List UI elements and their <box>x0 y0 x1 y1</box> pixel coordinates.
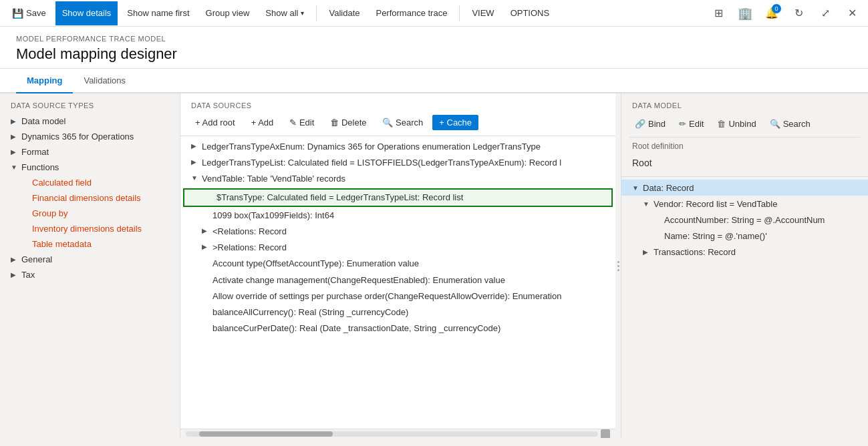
scroll-end-button[interactable] <box>601 429 610 439</box>
center-toolbar: + Add root + Add ✎ Edit 🗑 Delete 🔍 Searc… <box>180 109 615 136</box>
resize-dots <box>616 258 621 274</box>
page-header: MODEL PERFORMANCE TRACE MODEL Model mapp… <box>0 27 868 69</box>
office-icon[interactable]: 🏢 <box>734 3 756 24</box>
sidebar-item-general[interactable]: ▶ General <box>0 252 180 267</box>
ds-item-relations-out[interactable]: ▶ >Relations: Record <box>180 240 615 256</box>
ds-item-ledger-trans-type-list[interactable]: ▶ LedgerTransTypeList: Calculated field … <box>180 155 615 171</box>
chevron-right-icon: ▶ <box>202 227 212 234</box>
sidebar-item-dynamics365[interactable]: ▶ Dynamics 365 for Operations <box>0 129 180 144</box>
performance-trace-button[interactable]: Performance trace <box>369 1 454 25</box>
ds-item-relations-in[interactable]: ▶ <Relations: Record <box>180 224 615 240</box>
notification-badge: 0 <box>772 4 781 13</box>
save-button[interactable]: 💾 Save <box>5 1 53 25</box>
ds-item-trans-type[interactable]: $TransType: Calculated field = LedgerTra… <box>183 188 613 207</box>
delete-button[interactable]: 🗑 Delete <box>323 115 373 130</box>
search-button[interactable]: 🔍 Search <box>376 115 430 130</box>
toolbar-separator-1 <box>316 5 317 21</box>
right-search-button[interactable]: 🔍 Search <box>764 116 816 132</box>
chevron-right-icon: ▶ <box>11 118 21 125</box>
sidebar-item-tax[interactable]: ▶ Tax <box>0 267 180 282</box>
fullscreen-icon[interactable]: ⤢ <box>815 3 836 24</box>
scrollbar-track <box>186 431 598 437</box>
ds-item-balance-all-currency[interactable]: balanceAllCurrency(): Real (String _curr… <box>180 304 615 320</box>
chevron-down-icon: ▾ <box>301 9 304 17</box>
center-scrollbar[interactable] <box>180 429 615 438</box>
chevron-down-icon: ▼ <box>643 200 654 208</box>
right-item-vendor-record-list[interactable]: ▼ Vendor: Record list = VendTable <box>621 196 868 212</box>
top-toolbar: 💾 Save Show details Show name first Grou… <box>0 0 868 27</box>
unbind-button[interactable]: 🗑 Unbind <box>712 116 761 132</box>
chevron-down-icon: ▼ <box>11 164 21 171</box>
center-panel-header: DATA SOURCES <box>180 93 615 109</box>
chevron-right-icon: ▶ <box>202 243 212 250</box>
right-panel: DATA MODEL 🔗 Bind ✏ Edit 🗑 Unbind 🔍 Sear… <box>621 93 868 438</box>
resize-handle[interactable] <box>615 93 621 438</box>
group-view-button[interactable]: Group view <box>199 1 257 25</box>
page-title: Model mapping designer <box>16 45 852 63</box>
ds-item-1099-box[interactable]: 1099 box(Tax1099Fields): Int64 <box>180 208 615 224</box>
scrollbar-thumb[interactable] <box>199 431 333 437</box>
ds-item-ledger-trans-type-ax-enum[interactable]: ▶ LedgerTransTypeAxEnum: Dynamics 365 fo… <box>180 139 615 155</box>
pencil-icon: ✏ <box>679 119 686 129</box>
right-item-transactions[interactable]: ▶ Transactions: Record <box>621 244 868 260</box>
search-icon: 🔍 <box>770 119 780 129</box>
root-definition-label: Root definition <box>621 138 868 155</box>
refresh-icon[interactable]: ↻ <box>788 3 809 24</box>
right-edit-button[interactable]: ✏ Edit <box>674 116 709 132</box>
sidebar-item-calculated-field[interactable]: Calculated field <box>0 175 180 190</box>
root-value: Root <box>621 155 868 177</box>
grid-icon[interactable]: ⊞ <box>708 3 729 24</box>
trash-icon: 🗑 <box>717 119 726 129</box>
chevron-right-icon: ▶ <box>11 256 21 263</box>
right-item-data-record[interactable]: ▼ Data: Record <box>621 180 868 196</box>
sidebar-item-format[interactable]: ▶ Format <box>0 144 180 160</box>
sidebar-item-inventory-dimensions[interactable]: Inventory dimensions details <box>0 221 180 236</box>
cache-button[interactable]: + Cache <box>432 115 478 130</box>
sidebar-item-group-by[interactable]: Group by <box>0 206 180 221</box>
sidebar-item-functions[interactable]: ▼ Functions <box>0 160 180 175</box>
notification-area: 🔔 0 <box>761 3 782 24</box>
ds-item-balance-cur-per-date[interactable]: balanceCurPerDate(): Real (Date _transac… <box>180 320 615 337</box>
left-panel: DATA SOURCE TYPES ▶ Data model ▶ Dynamic… <box>0 93 180 438</box>
options-button[interactable]: OPTIONS <box>504 1 557 25</box>
chevron-right-icon: ▶ <box>11 133 21 140</box>
validate-button[interactable]: Validate <box>322 1 366 25</box>
bind-button[interactable]: 🔗 Bind <box>629 116 671 132</box>
toolbar-right: ⊞ 🏢 🔔 0 ↻ ⤢ ✕ <box>708 3 863 24</box>
sidebar-item-table-metadata[interactable]: Table metadata <box>0 236 180 252</box>
right-tree: ▼ Data: Record ▼ Vendor: Record list = V… <box>621 180 868 260</box>
main-content: DATA SOURCE TYPES ▶ Data model ▶ Dynamic… <box>0 93 868 438</box>
show-details-button[interactable]: Show details <box>55 1 118 25</box>
right-item-account-number[interactable]: AccountNumber: String = @.AccountNum <box>621 212 868 228</box>
right-toolbar: 🔗 Bind ✏ Edit 🗑 Unbind 🔍 Search <box>621 114 868 137</box>
right-item-name[interactable]: Name: String = @.'name()' <box>621 228 868 244</box>
save-icon: 💾 <box>12 8 23 19</box>
ds-item-allow-override[interactable]: Allow override of settings per purchase … <box>180 288 615 304</box>
toolbar-separator-2 <box>459 5 460 21</box>
sidebar-item-data-model[interactable]: ▶ Data model <box>0 114 180 129</box>
view-button[interactable]: VIEW <box>465 1 500 25</box>
ds-item-account-type[interactable]: Account type(OffsetAccountType): Enumera… <box>180 256 615 272</box>
add-root-button[interactable]: + Add root <box>188 115 242 130</box>
add-button[interactable]: + Add <box>245 115 281 130</box>
close-icon[interactable]: ✕ <box>841 3 863 24</box>
chevron-down-icon: ▼ <box>191 174 202 182</box>
tab-mapping[interactable]: Mapping <box>16 69 73 93</box>
chevron-down-icon: ▼ <box>632 184 643 192</box>
chevron-right-icon: ▶ <box>11 148 21 156</box>
show-name-first-button[interactable]: Show name first <box>120 1 196 25</box>
ds-item-vend-table[interactable]: ▼ VendTable: Table 'VendTable' records <box>180 171 615 187</box>
left-panel-header: DATA SOURCE TYPES <box>0 93 180 114</box>
ds-item-activate-change-mgmt[interactable]: Activate change management(ChangeRequest… <box>180 272 615 288</box>
show-all-button[interactable]: Show all ▾ <box>259 1 311 25</box>
breadcrumb: MODEL PERFORMANCE TRACE MODEL <box>16 35 852 43</box>
edit-button[interactable]: ✎ Edit <box>283 115 321 130</box>
right-panel-header: DATA MODEL <box>621 93 868 114</box>
tab-validations[interactable]: Validations <box>73 69 136 93</box>
chevron-right-icon: ▶ <box>191 142 202 150</box>
chevron-right-icon: ▶ <box>643 248 654 256</box>
sidebar-item-financial-dimensions[interactable]: Financial dimensions details <box>0 190 180 206</box>
center-panel: DATA SOURCES + Add root + Add ✎ Edit 🗑 D… <box>180 93 615 438</box>
link-icon: 🔗 <box>635 119 645 129</box>
chevron-right-icon: ▶ <box>11 271 21 278</box>
